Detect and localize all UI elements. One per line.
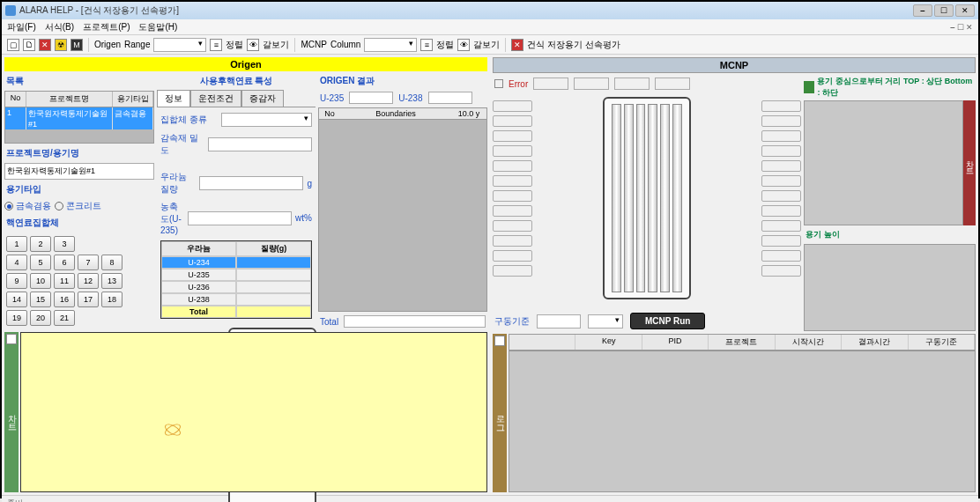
slot[interactable] (493, 220, 532, 232)
uranium-table: 우라늄질량(g) U-234 U-235 U-236 U-238 Total (160, 240, 312, 319)
cancel-icon[interactable]: ✕ (511, 39, 523, 51)
table-row[interactable]: U-234 (161, 256, 311, 269)
minimize-button[interactable]: ‒ (913, 4, 932, 17)
numpad-btn[interactable]: 16 (54, 292, 75, 307)
view-icon[interactable]: 👁 (247, 39, 259, 51)
moderator-density-input[interactable] (208, 137, 312, 151)
numpad-btn[interactable]: 20 (30, 310, 51, 326)
delete-icon[interactable]: ✕ (39, 39, 51, 51)
slot[interactable] (493, 115, 532, 127)
uranium-mass-input[interactable] (199, 176, 303, 190)
chart-tab-left[interactable]: 차트 (4, 332, 19, 492)
sort2-icon[interactable]: ≡ (420, 39, 433, 51)
enrichment-input[interactable] (188, 211, 292, 225)
radiation-icon[interactable]: ☢ (55, 39, 67, 51)
numpad-btn[interactable]: 10 (30, 273, 51, 289)
radio-metal[interactable]: 금속겸용 (4, 200, 51, 212)
numpad-btn[interactable]: 8 (101, 255, 122, 270)
slot[interactable] (493, 100, 532, 112)
table-row[interactable]: 1 한국원자력통제기술원#1 금속겸용 (5, 107, 153, 129)
log-tab[interactable]: 로그 (493, 334, 507, 492)
slot[interactable] (761, 175, 801, 187)
slot[interactable] (761, 205, 801, 217)
numpad-btn[interactable]: 13 (101, 273, 122, 289)
numpad-btn[interactable]: 15 (30, 292, 51, 307)
result-grid-header: No Boundaries 10.0 y (318, 107, 487, 120)
numpad-btn[interactable]: 7 (78, 255, 99, 270)
mdi-close-button[interactable]: ✕ (966, 23, 973, 32)
sort-icon[interactable]: ≡ (210, 39, 222, 51)
slot[interactable] (493, 145, 532, 157)
new-icon[interactable]: ▢ (7, 39, 19, 51)
numpad-btn[interactable]: 1 (6, 236, 27, 252)
numpad-btn[interactable]: 19 (6, 310, 27, 326)
slot[interactable] (761, 265, 801, 277)
run-criteria-dropdown[interactable] (588, 314, 623, 329)
maximize-button[interactable]: ☐ (934, 4, 954, 17)
mdi-restore-button[interactable]: ‒ (950, 23, 955, 32)
numpad-btn[interactable]: 3 (54, 236, 75, 252)
result-grid[interactable] (318, 120, 487, 312)
slot[interactable] (493, 160, 532, 172)
menu-help[interactable]: 도움말(H) (138, 21, 177, 33)
numpad-btn[interactable]: 5 (30, 255, 51, 270)
range-dropdown[interactable] (153, 38, 206, 52)
slot[interactable] (761, 160, 801, 172)
run-criteria-input[interactable] (537, 314, 581, 329)
numpad-btn[interactable]: 9 (6, 273, 27, 289)
mdi-max-button[interactable]: ☐ (957, 23, 964, 32)
menu-file[interactable]: 파일(F) (7, 21, 36, 33)
slot[interactable] (493, 175, 532, 187)
slot[interactable] (761, 235, 801, 247)
toolbar-mcnp-label: MCNP (301, 40, 326, 49)
slot[interactable] (761, 145, 801, 157)
menu-format[interactable]: 서식(B) (45, 21, 74, 33)
numpad-btn[interactable]: 14 (6, 292, 27, 307)
tab-info[interactable]: 정보 (157, 90, 190, 107)
numpad-btn[interactable]: 4 (6, 255, 27, 270)
slot[interactable] (761, 100, 801, 112)
slot[interactable] (761, 115, 801, 127)
slot[interactable] (761, 250, 801, 262)
numpad-btn[interactable]: 21 (54, 310, 75, 326)
slot[interactable] (761, 190, 801, 202)
expand-icon[interactable] (6, 334, 17, 344)
slot[interactable] (761, 220, 801, 232)
slot[interactable] (493, 130, 532, 142)
numpad-btn[interactable]: 12 (78, 273, 99, 289)
m-icon[interactable]: M (71, 39, 83, 51)
expand-icon[interactable] (494, 336, 505, 346)
assembly-type-dropdown[interactable] (221, 113, 312, 127)
numpad-btn[interactable]: 2 (30, 236, 51, 252)
close-button[interactable]: ✕ (955, 4, 975, 17)
numpad-btn[interactable]: 6 (54, 255, 75, 270)
tab-modifiers[interactable]: 증감자 (241, 90, 284, 107)
table-row[interactable]: U-235 (161, 269, 311, 281)
table-row[interactable]: U-236 (161, 281, 311, 293)
titlebar: ALARA HELP - [건식 저장용기 선속평가] ‒ ☐ ✕ (2, 2, 978, 19)
error-checkbox[interactable] (494, 79, 503, 88)
numpad-btn[interactable]: 11 (54, 273, 75, 289)
table-row[interactable]: U-238 (161, 293, 311, 306)
slot[interactable] (493, 265, 532, 277)
slot[interactable] (493, 190, 532, 202)
slot[interactable] (493, 235, 532, 247)
slot[interactable] (493, 205, 532, 217)
project-name-input[interactable] (4, 163, 154, 180)
slot[interactable] (761, 130, 801, 142)
numpad-btn[interactable]: 17 (78, 292, 99, 307)
toolbar-column-label: Column (330, 40, 360, 49)
mcnp-run-button[interactable]: MCNP Run (630, 313, 705, 329)
tab-operating[interactable]: 운전조건 (190, 90, 241, 107)
menu-project[interactable]: 프로젝트(P) (83, 21, 130, 33)
project-grid[interactable]: 1 한국원자력통제기술원#1 금속겸용 (4, 107, 154, 144)
radio-concrete[interactable]: 콘크리트 (55, 200, 101, 212)
open-icon[interactable]: 🗋 (23, 39, 35, 51)
column-dropdown[interactable] (364, 38, 417, 52)
slot[interactable] (493, 250, 532, 262)
view2-icon[interactable]: 👁 (457, 39, 470, 51)
chart-vtab-right[interactable]: 차트 (963, 100, 976, 225)
numpad-btn[interactable]: 18 (101, 292, 122, 307)
error-slot (574, 78, 609, 90)
log-grid[interactable] (509, 351, 976, 492)
